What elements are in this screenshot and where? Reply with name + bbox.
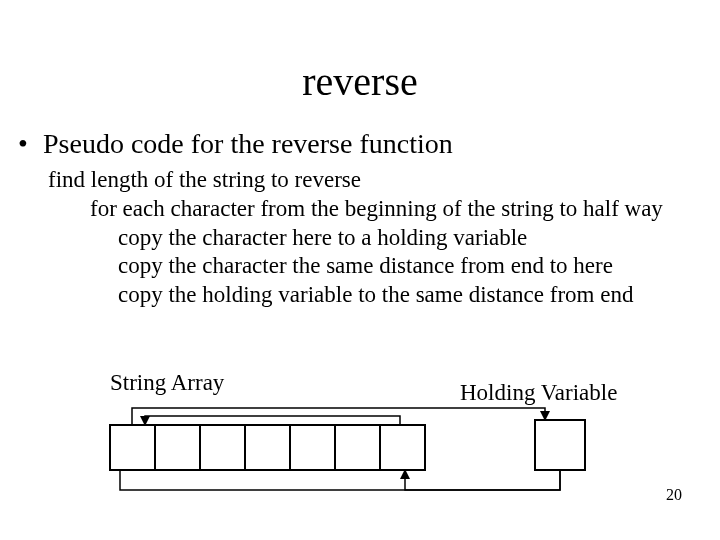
pseudo-code-block: find length of the string to reverse for…: [48, 166, 663, 310]
holding-variable-box: [535, 420, 585, 470]
pseudo-line-3: copy the character here to a holding var…: [118, 224, 663, 253]
svg-rect-0: [110, 425, 155, 470]
label-string-array: String Array: [110, 370, 224, 396]
slide-title: reverse: [0, 58, 720, 105]
arrow-first-to-holding: [132, 408, 545, 425]
label-holding-variable: Holding Variable: [460, 380, 617, 406]
arrow-last-to-first: [145, 416, 400, 425]
svg-rect-4: [290, 425, 335, 470]
page-number: 20: [666, 486, 682, 504]
svg-rect-3: [245, 425, 290, 470]
svg-rect-6: [380, 425, 425, 470]
pseudo-line-2: for each character from the beginning of…: [90, 195, 663, 224]
svg-rect-5: [335, 425, 380, 470]
bullet-line: • Pseudo code for the reverse function: [18, 128, 453, 160]
pseudo-line-5: copy the holding variable to the same di…: [118, 281, 663, 310]
bullet-dot: •: [18, 128, 36, 160]
string-array-boxes: [110, 425, 425, 470]
arrow-holding-to-last-up: [405, 470, 560, 490]
slide: reverse • Pseudo code for the reverse fu…: [0, 0, 720, 540]
svg-rect-2: [200, 425, 245, 470]
bullet-text: Pseudo code for the reverse function: [43, 128, 453, 159]
pseudo-line-1: find length of the string to reverse: [48, 166, 663, 195]
svg-rect-1: [155, 425, 200, 470]
pseudo-line-4: copy the character the same distance fro…: [118, 252, 663, 281]
arrow-holding-to-last: [120, 470, 560, 490]
